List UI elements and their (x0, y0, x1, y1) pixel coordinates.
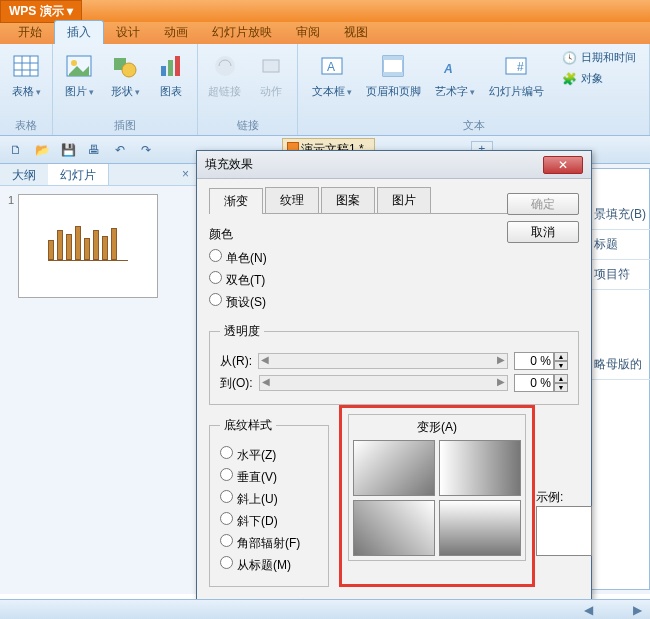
hyperlink-icon (209, 50, 241, 82)
dialog-tab-texture[interactable]: 纹理 (265, 187, 319, 213)
variant-swatch-2[interactable] (439, 440, 521, 496)
from-slider[interactable] (258, 353, 508, 369)
ribbon-item-wordart[interactable]: A 艺术字 (431, 48, 479, 101)
dialog-title: 填充效果 (205, 156, 253, 173)
tab-slides[interactable]: 幻灯片 (48, 164, 109, 185)
chart-icon (155, 50, 187, 82)
taskpane-omitmaster: 略母版的 (590, 350, 650, 380)
radio-diag-up[interactable]: 斜上(U) (220, 490, 318, 508)
slide-thumbnails: 1 (0, 186, 197, 306)
panel-close-icon[interactable]: × (174, 164, 197, 185)
svg-rect-9 (161, 66, 166, 76)
qa-print-icon[interactable]: 🖶 (84, 140, 104, 160)
ribbon-item-datetime[interactable]: 🕓 日期和时间 (558, 48, 640, 67)
ribbon-item-hyperlink: 超链接 (204, 48, 245, 101)
cancel-button[interactable]: 取消 (507, 221, 579, 243)
radio-two-color[interactable]: 双色(T) (209, 271, 579, 289)
ribbon: 表格 表格 图片 形状 图表 插图 超链接 (0, 44, 650, 136)
qa-save-icon[interactable]: 💾 (58, 140, 78, 160)
radio-diag-down[interactable]: 斜下(D) (220, 512, 318, 530)
ribbon-item-chart[interactable]: 图表 (151, 48, 191, 101)
variant-swatch-4[interactable] (439, 500, 521, 556)
taskpane-title: 标题 (590, 230, 650, 260)
variant-grid (353, 440, 521, 556)
from-label: 从(R): (220, 353, 252, 370)
svg-text:#: # (517, 60, 524, 74)
dialog-buttons: 确定 取消 (507, 193, 579, 243)
taskpane-bgfill[interactable]: 景填充(B) (590, 200, 650, 230)
radio-from-corner[interactable]: 角部辐射(F) (220, 534, 318, 552)
slide-number: 1 (8, 194, 14, 298)
to-spin[interactable] (514, 374, 554, 392)
section-label: 透明度 (220, 323, 264, 340)
ribbon-item-action: 动作 (251, 48, 291, 101)
ribbon-group-label: 表格 (15, 118, 37, 133)
qa-new-icon[interactable]: 🗋 (6, 140, 26, 160)
to-slider[interactable] (259, 375, 508, 391)
spin-down-icon[interactable]: ▼ (554, 383, 568, 392)
qa-redo-icon[interactable]: ↷ (136, 140, 156, 160)
radio-preset[interactable]: 预设(S) (209, 293, 579, 311)
slide-thumbnail[interactable]: 1 (8, 194, 189, 298)
variant-swatch-3[interactable] (353, 500, 435, 556)
svg-rect-0 (14, 56, 38, 76)
ribbon-item-slidenumber[interactable]: # 幻灯片编号 (485, 48, 548, 101)
ribbon-group-illustrations: 图片 形状 图表 插图 (53, 44, 198, 135)
spin-down-icon[interactable]: ▼ (554, 361, 568, 370)
ribbon-item-object[interactable]: 🧩 对象 (558, 69, 640, 88)
table-icon (10, 50, 42, 82)
fill-effects-dialog: 填充效果 ✕ 渐变 纹理 图案 图片 确定 取消 颜色 单色(N) 双色(T) … (196, 150, 592, 618)
action-icon (255, 50, 287, 82)
tab-slideshow[interactable]: 幻灯片放映 (200, 21, 284, 44)
wordart-icon: A (439, 50, 471, 82)
radio-horizontal[interactable]: 水平(Z) (220, 446, 318, 464)
radio-one-color[interactable]: 单色(N) (209, 249, 579, 267)
sample-preview (536, 506, 592, 556)
dialog-tab-gradient[interactable]: 渐变 (209, 188, 263, 214)
sample-section: 示例: (536, 489, 592, 556)
svg-point-12 (215, 56, 235, 76)
dialog-tab-pattern[interactable]: 图案 (321, 187, 375, 213)
ribbon-group-links: 超链接 动作 链接 (198, 44, 298, 135)
variant-highlight: 变形(A) (339, 405, 535, 587)
tab-design[interactable]: 设计 (104, 21, 152, 44)
dialog-tab-picture[interactable]: 图片 (377, 187, 431, 213)
dialog-close-button[interactable]: ✕ (543, 156, 583, 174)
ribbon-tabs: 开始 插入 设计 动画 幻灯片放映 审阅 视图 (0, 22, 650, 44)
tab-review[interactable]: 审阅 (284, 21, 332, 44)
status-bar: ◀ ▶ (0, 599, 650, 619)
svg-rect-18 (383, 72, 403, 76)
tab-animation[interactable]: 动画 (152, 21, 200, 44)
textbox-icon: A (316, 50, 348, 82)
ribbon-item-table[interactable]: 表格 (6, 48, 46, 101)
svg-point-8 (122, 63, 136, 77)
variant-swatch-1[interactable] (353, 440, 435, 496)
ribbon-group-label: 插图 (114, 118, 136, 133)
ribbon-group-label: 链接 (237, 118, 259, 133)
tab-view[interactable]: 视图 (332, 21, 380, 44)
radio-vertical[interactable]: 垂直(V) (220, 468, 318, 486)
ribbon-item-headerfooter[interactable]: 页眉和页脚 (362, 48, 425, 101)
picture-icon (63, 50, 95, 82)
transparency-section: 透明度 从(R): ▲▼ 到(O): ▲▼ (209, 323, 579, 405)
qa-undo-icon[interactable]: ↶ (110, 140, 130, 160)
spin-up-icon[interactable]: ▲ (554, 374, 568, 383)
qa-open-icon[interactable]: 📂 (32, 140, 52, 160)
scroll-right-icon[interactable]: ▶ (633, 603, 642, 617)
ribbon-item-shapes[interactable]: 形状 (105, 48, 145, 101)
right-task-strip: 景填充(B) 标题 项目符 略母版的 (590, 200, 650, 380)
tab-start[interactable]: 开始 (6, 21, 54, 44)
ribbon-item-picture[interactable]: 图片 (59, 48, 99, 101)
tab-outline[interactable]: 大纲 (0, 164, 48, 185)
dialog-titlebar[interactable]: 填充效果 ✕ (197, 151, 591, 179)
shapes-icon (109, 50, 141, 82)
scroll-left-icon[interactable]: ◀ (584, 603, 593, 617)
svg-text:A: A (327, 60, 335, 74)
from-spin[interactable] (514, 352, 554, 370)
spin-up-icon[interactable]: ▲ (554, 352, 568, 361)
ribbon-group-label: 文本 (463, 118, 485, 133)
to-label: 到(O): (220, 375, 253, 392)
radio-from-title[interactable]: 从标题(M) (220, 556, 318, 574)
ribbon-item-textbox[interactable]: A 文本框 (308, 48, 356, 101)
tab-insert[interactable]: 插入 (54, 20, 104, 44)
